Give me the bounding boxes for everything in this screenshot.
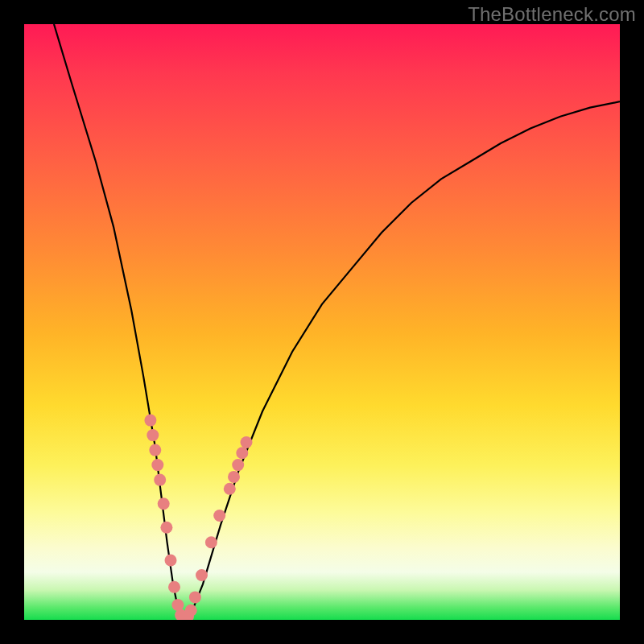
curve-marker — [144, 415, 156, 427]
curve-marker — [189, 591, 201, 603]
curve-marker — [236, 447, 248, 459]
curve-marker — [185, 605, 197, 617]
curve-marker — [147, 429, 159, 441]
bottleneck-curve — [54, 24, 620, 620]
curve-marker — [205, 536, 217, 548]
curve-marker — [224, 483, 236, 495]
curve-marker — [151, 459, 163, 471]
curve-marker — [149, 444, 161, 456]
curve-markers — [144, 415, 252, 620]
curve-marker — [154, 474, 166, 486]
curve-marker — [160, 522, 172, 534]
plot-area — [24, 24, 620, 620]
curve-marker — [171, 599, 184, 611]
curve-marker — [232, 459, 244, 471]
curve-marker — [165, 555, 177, 567]
curve-marker — [158, 497, 170, 510]
curve-layer — [24, 24, 620, 620]
curve-marker — [213, 510, 225, 522]
curve-marker — [228, 471, 240, 483]
curve-marker — [241, 436, 253, 448]
curve-marker — [168, 581, 180, 593]
watermark-text: TheBottleneck.com — [468, 3, 636, 26]
curve-marker — [196, 569, 208, 581]
chart-frame: TheBottleneck.com — [0, 0, 644, 644]
